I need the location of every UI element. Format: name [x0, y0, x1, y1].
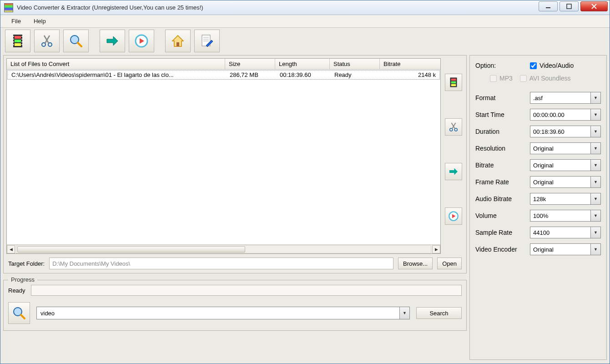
chevron-down-icon[interactable]: ▼: [590, 126, 600, 137]
scissors-icon: [40, 34, 54, 48]
video-encoder-label: Video Encoder: [475, 246, 530, 253]
browse-button[interactable]: Browse...: [398, 258, 433, 269]
side-cut-button[interactable]: [445, 118, 462, 136]
progress-bar: [31, 285, 462, 296]
video-audio-check-input[interactable]: [530, 62, 537, 69]
search-input[interactable]: [37, 307, 399, 319]
cell-bitrate: 2148 k: [381, 71, 439, 79]
target-folder-input[interactable]: [49, 258, 393, 269]
col-bitrate[interactable]: Bitrate: [380, 59, 440, 69]
svg-rect-3: [15, 36, 21, 39]
avi-soundless-checkbox[interactable]: AVI Soundless: [520, 75, 571, 82]
side-play-button[interactable]: [445, 207, 462, 225]
frame-rate-label: Frame Rate: [475, 178, 530, 186]
menu-help[interactable]: Help: [27, 16, 52, 26]
start-time-select[interactable]: 00:00:00.00▼: [530, 109, 601, 121]
video-audio-label: Video/Audio: [539, 62, 574, 69]
col-size[interactable]: Size: [225, 59, 275, 69]
side-add-file-button[interactable]: [445, 74, 462, 91]
svg-point-25: [454, 128, 457, 131]
app-icon: [4, 3, 13, 12]
progress-legend: Progress: [8, 276, 37, 283]
home-button[interactable]: [165, 30, 191, 52]
col-length[interactable]: Length: [275, 59, 330, 69]
scroll-thumb[interactable]: [17, 246, 245, 253]
audio-bitrate-select[interactable]: 128k▼: [530, 193, 601, 205]
svg-point-13: [21, 44, 22, 45]
scroll-left-icon[interactable]: ◀: [7, 245, 15, 253]
col-status[interactable]: Status: [330, 59, 380, 69]
mp3-checkbox[interactable]: MP3: [490, 75, 513, 82]
sample-rate-select[interactable]: 44100▼: [530, 227, 601, 238]
sample-rate-label: Sample Rate: [475, 229, 530, 236]
duration-label: Duration: [475, 128, 530, 135]
chevron-down-icon[interactable]: ▼: [590, 92, 600, 103]
scroll-right-icon[interactable]: ▶: [432, 245, 440, 253]
horizontal-scrollbar[interactable]: ◀ ▶: [7, 244, 440, 253]
document-edit-icon: [200, 34, 214, 48]
search-button[interactable]: Search: [416, 307, 462, 319]
chevron-down-icon[interactable]: ▼: [590, 193, 600, 204]
cut-button[interactable]: [34, 30, 60, 52]
col-file[interactable]: List of Files to Convert: [7, 59, 225, 69]
svg-point-7: [13, 39, 14, 40]
search-button[interactable]: [63, 30, 89, 52]
resolution-select[interactable]: Original▼: [530, 142, 601, 154]
edit-button[interactable]: [194, 30, 220, 52]
svg-point-10: [21, 36, 22, 37]
chevron-down-icon[interactable]: ▼: [590, 244, 600, 255]
side-convert-button[interactable]: [445, 163, 462, 180]
search-icon-button[interactable]: [8, 302, 30, 324]
minimize-button[interactable]: [539, 1, 558, 11]
search-combo[interactable]: ▼: [36, 307, 410, 319]
format-label: Format: [475, 94, 530, 101]
format-select[interactable]: .asf▼: [530, 92, 601, 104]
window-title: Video Converter & Extractor (Unregistere…: [17, 4, 203, 11]
play-circle-icon: [134, 34, 149, 48]
svg-rect-23: [451, 84, 456, 86]
convert-button[interactable]: [100, 30, 125, 52]
video-encoder-select[interactable]: Original▼: [530, 243, 601, 255]
minimize-icon: [545, 4, 551, 9]
svg-rect-22: [451, 81, 456, 84]
chevron-down-icon[interactable]: ▼: [590, 177, 600, 187]
bitrate-select[interactable]: Original▼: [530, 159, 601, 171]
avi-soundless-check-input: [520, 75, 527, 82]
close-button[interactable]: [580, 1, 608, 11]
target-row: Target Folder: Browse... Open: [6, 254, 464, 270]
file-list[interactable]: List of Files to Convert Size Length Sta…: [6, 58, 441, 254]
chevron-down-icon[interactable]: ▼: [590, 109, 600, 120]
svg-point-6: [13, 36, 14, 37]
app-window: Video Converter & Extractor (Unregistere…: [0, 0, 610, 364]
arrow-right-icon: [448, 166, 459, 177]
frame-rate-select[interactable]: Original▼: [530, 176, 601, 188]
table-row[interactable]: C:\Users\Andrés\Videos\spiderman\01 - El…: [7, 70, 440, 80]
duration-select[interactable]: 00:18:39.60▼: [530, 126, 601, 137]
progress-status: Ready: [8, 287, 25, 294]
scroll-track[interactable]: [16, 245, 431, 253]
option-label: Option:: [475, 62, 530, 69]
video-audio-checkbox[interactable]: Video/Audio: [530, 62, 574, 69]
chevron-down-icon[interactable]: ▼: [590, 210, 600, 221]
side-buttons: [444, 58, 464, 254]
magnifier-icon: [12, 306, 26, 320]
add-file-button[interactable]: [5, 30, 30, 52]
svg-rect-21: [451, 79, 456, 81]
menu-file[interactable]: File: [5, 16, 27, 26]
chevron-down-icon[interactable]: ▼: [590, 143, 600, 154]
chevron-down-icon[interactable]: ▼: [399, 307, 409, 319]
volume-select[interactable]: 100%▼: [530, 210, 601, 222]
scissors-icon: [448, 121, 459, 132]
svg-rect-1: [567, 4, 571, 9]
maximize-button[interactable]: [560, 1, 579, 11]
open-button[interactable]: Open: [437, 258, 462, 269]
play-button[interactable]: [129, 30, 154, 52]
svg-rect-18: [176, 42, 179, 46]
file-panel: List of Files to Convert Size Length Sta…: [3, 55, 467, 273]
cell-size: 286,72 MB: [226, 71, 276, 79]
chevron-down-icon[interactable]: ▼: [590, 160, 600, 171]
toolbar: [0, 28, 610, 54]
volume-label: Volume: [475, 212, 530, 219]
chevron-down-icon[interactable]: ▼: [590, 227, 600, 238]
svg-point-11: [21, 39, 22, 40]
